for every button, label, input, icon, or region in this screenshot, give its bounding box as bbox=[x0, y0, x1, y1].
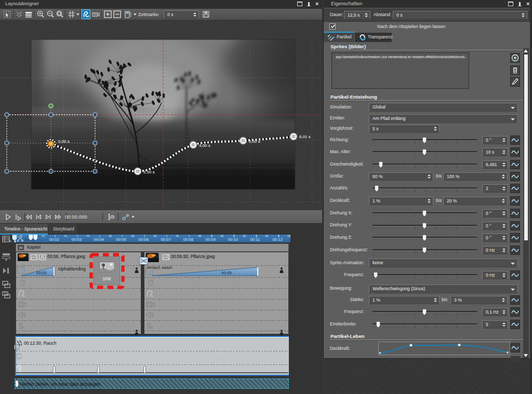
svg-text:00:05: 00:05 bbox=[221, 270, 232, 275]
svg-text:6,00 s: 6,00 s bbox=[249, 139, 260, 144]
svg-text:fx: fx bbox=[150, 326, 153, 330]
svg-text:00:02: 00:02 bbox=[36, 270, 47, 275]
svg-text:fx: fx bbox=[22, 326, 25, 330]
svg-text:6,01 s: 6,01 s bbox=[299, 134, 311, 139]
svg-text:2,00 s: 2,00 s bbox=[143, 170, 155, 174]
svg-text:0,00 s: 0,00 s bbox=[58, 139, 70, 144]
svg-text:4,00 s: 4,00 s bbox=[199, 143, 210, 148]
